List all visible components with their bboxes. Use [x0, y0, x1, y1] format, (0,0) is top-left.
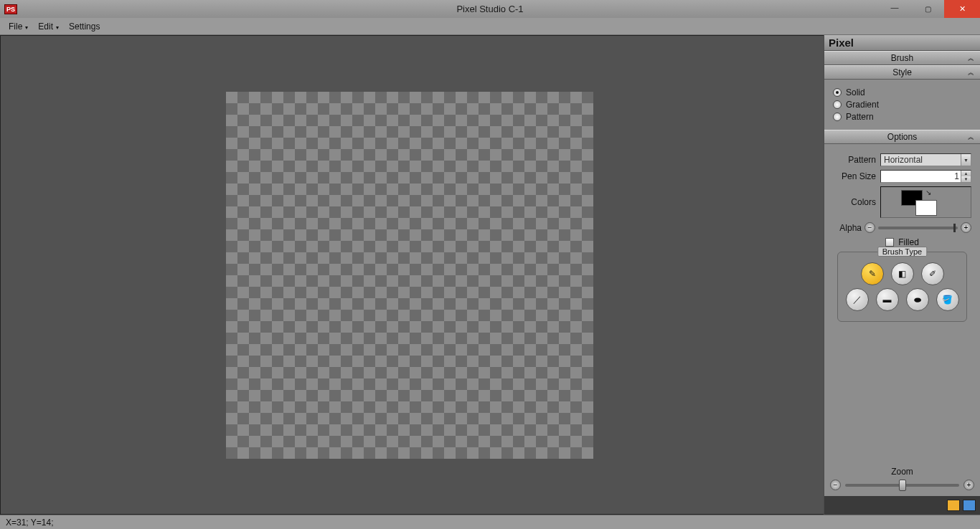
- alpha-slider[interactable]: [878, 227, 958, 229]
- window-controls: [878, 0, 980, 18]
- brush-type-legend: Brush Type: [877, 247, 927, 257]
- maximize-button[interactable]: [911, 0, 944, 18]
- pensize-input[interactable]: 1 ▲▼: [880, 170, 971, 183]
- section-style-header[interactable]: Style︽: [824, 65, 980, 80]
- collapse-icon: ︽: [968, 133, 974, 142]
- tool-eraser[interactable]: ◧: [891, 262, 914, 285]
- menu-settings[interactable]: Settings: [65, 19, 104, 34]
- menu-file[interactable]: File▾: [4, 19, 32, 34]
- zoom-out-button[interactable]: −: [830, 480, 841, 490]
- canvas[interactable]: [226, 92, 593, 459]
- zoom-in-button[interactable]: +: [963, 480, 974, 490]
- tool-rectangle[interactable]: ▬: [876, 288, 899, 311]
- radio-gradient[interactable]: Gradient: [833, 100, 971, 110]
- radio-icon: [833, 113, 842, 121]
- zoom-label: Zoom: [830, 467, 974, 477]
- swap-colors-icon[interactable]: ↘: [925, 189, 931, 196]
- spinner-icon[interactable]: ▲▼: [961, 171, 971, 182]
- eyedropper-icon: ✐: [929, 269, 936, 279]
- tool-fill[interactable]: 🪣: [936, 288, 959, 311]
- line-icon: ／: [853, 294, 862, 306]
- titlebar: PS Pixel Studio C-1: [0, 0, 980, 18]
- background-color[interactable]: [915, 200, 937, 216]
- radio-icon: [833, 100, 842, 109]
- fill-icon: 🪣: [942, 295, 953, 305]
- footer-layers-icon[interactable]: [963, 500, 976, 511]
- brush-type-group: Brush Type ✎ ◧ ✐ ／ ▬ ⬬ 🪣: [837, 252, 967, 322]
- chevron-down-icon: ▼: [961, 154, 971, 166]
- collapse-icon: ︽: [968, 54, 974, 63]
- radio-icon: [833, 88, 842, 97]
- filled-checkbox-row[interactable]: Filled: [833, 237, 971, 247]
- close-button[interactable]: [944, 0, 980, 18]
- pattern-label: Pattern: [833, 155, 876, 165]
- style-body: Solid Gradient Pattern: [824, 80, 980, 130]
- eraser-icon: ◧: [898, 269, 906, 279]
- rectangle-icon: ▬: [883, 295, 892, 305]
- radio-pattern[interactable]: Pattern: [833, 112, 971, 122]
- color-swatch[interactable]: ↘: [880, 186, 971, 218]
- collapse-icon: ︽: [968, 68, 974, 77]
- menu-edit[interactable]: Edit▾: [34, 19, 63, 34]
- alpha-decrease-button[interactable]: −: [864, 222, 875, 233]
- tool-pencil[interactable]: ✎: [861, 262, 884, 285]
- minimize-button[interactable]: [878, 0, 911, 18]
- app-icon: PS: [4, 4, 17, 14]
- window-title: Pixel Studio C-1: [456, 4, 523, 14]
- tool-line[interactable]: ／: [846, 288, 869, 311]
- cursor-coords: X=31; Y=14;: [6, 518, 54, 528]
- options-body: Pattern Horizontal ▼ Pen Size 1 ▲▼ Color…: [824, 144, 980, 328]
- statusbar: X=31; Y=14;: [0, 515, 980, 529]
- menubar: File▾ Edit▾ Settings: [0, 18, 980, 35]
- zoom-slider[interactable]: [845, 484, 959, 487]
- checkbox-icon: [885, 238, 894, 247]
- tool-eyedropper[interactable]: ✐: [921, 262, 944, 285]
- canvas-area[interactable]: [0, 35, 824, 515]
- side-panel: Pixel Brush︽ Style︽ Solid Gradient Patte…: [824, 35, 980, 515]
- colors-label: Colors: [833, 197, 876, 207]
- footer-brush-icon[interactable]: [947, 500, 960, 511]
- alpha-label: Alpha: [833, 223, 862, 233]
- alpha-increase-button[interactable]: +: [961, 222, 971, 233]
- pensize-label: Pen Size: [833, 171, 876, 181]
- zoom-section: Zoom − +: [824, 464, 980, 496]
- panel-footer: [824, 496, 980, 515]
- section-options-header[interactable]: Options︽: [824, 130, 980, 144]
- ellipse-icon: ⬬: [914, 295, 921, 305]
- tool-ellipse[interactable]: ⬬: [906, 288, 929, 311]
- pencil-icon: ✎: [869, 269, 876, 279]
- panel-title: Pixel: [824, 35, 980, 51]
- radio-solid[interactable]: Solid: [833, 87, 971, 97]
- section-brush-header[interactable]: Brush︽: [824, 51, 980, 65]
- pattern-dropdown[interactable]: Horizontal ▼: [880, 153, 971, 166]
